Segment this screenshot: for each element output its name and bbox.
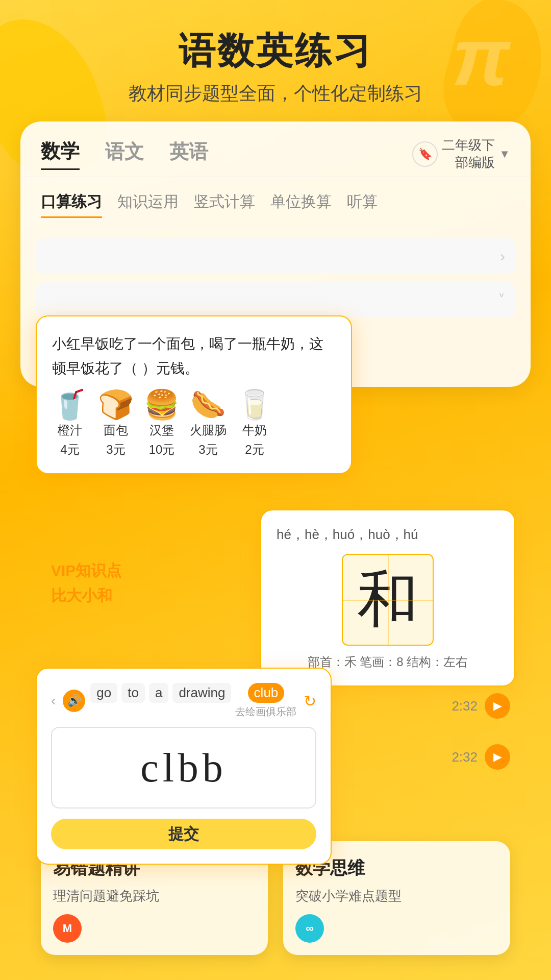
food-emoji-3: 🌭 (190, 390, 226, 419)
food-price-2: 10元 (149, 442, 175, 458)
food-item-2: 🍔 汉堡 10元 (144, 390, 180, 458)
compare-label: 比大小和 (51, 585, 121, 606)
problem-text: 小红早饭吃了一个面包，喝了一瓶牛奶，这顿早饭花了（ ）元钱。 (52, 332, 336, 380)
tab-english[interactable]: 英语 (169, 139, 208, 169)
tabs-bar: 数学 语文 英语 🔖 二年级下 部编版 ▼ (20, 121, 531, 177)
food-item-3: 🌭 火腿肠 3元 (190, 390, 227, 458)
vip-section: VIP知识点 比大小和 (51, 560, 121, 606)
sub-tab-listen[interactable]: 听算 (347, 187, 378, 218)
english-typed-text: clbb (140, 745, 227, 791)
grade-dropdown-arrow[interactable]: ▼ (499, 148, 510, 161)
food-emoji-2: 🍔 (144, 390, 180, 419)
food-price-4: 2元 (245, 442, 264, 458)
food-emoji-4: 🥛 (237, 390, 272, 419)
math-problem-card: 小红早饭吃了一个面包，喝了一瓶牛奶，这顿早饭花了（ ）元钱。 🥤 橙汁 4元 🍞… (36, 315, 352, 474)
answer-dropdown-2: ˅ (498, 291, 505, 308)
food-price-0: 4元 (60, 442, 79, 458)
sub-tabs: 口算练习 知识运用 竖式计算 单位换算 听算 (20, 177, 531, 228)
food-name-0: 橙汁 (58, 422, 82, 438)
submit-button[interactable]: 提交 (51, 819, 316, 849)
chip-club-translation: 去绘画俱乐部 (235, 705, 296, 719)
food-emoji-1: 🍞 (98, 390, 134, 419)
sub-tab-vertical[interactable]: 竖式计算 (194, 187, 255, 218)
chip-to: to (121, 683, 145, 719)
timestamp-column: 2:32 ▶ 2:32 ▶ (452, 693, 510, 770)
grade-selector[interactable]: 🔖 二年级下 部编版 ▼ (412, 137, 510, 172)
tab-math[interactable]: 数学 (41, 138, 80, 170)
answer-option-2[interactable]: ˅ (36, 282, 515, 318)
refresh-button[interactable]: ↻ (304, 692, 316, 710)
chip-to-text: to (121, 683, 145, 703)
collapse-icon[interactable]: ‹ (51, 693, 56, 709)
food-item-0: 🥤 橙汁 4元 (52, 390, 88, 458)
chip-go: go (90, 683, 117, 719)
page-title: 语数英练习 (20, 31, 531, 71)
english-card: ‹ 🔊 go to a drawing (36, 668, 332, 865)
char-box: 和 (342, 554, 434, 646)
play-icon-1: ▶ (493, 750, 502, 764)
grade-text: 二年级下 部编版 (442, 137, 495, 172)
sub-tab-oral[interactable]: 口算练习 (41, 187, 102, 218)
bottom-card-desc-0: 理清问题避免踩坑 (53, 886, 256, 906)
answer-option-1[interactable]: › (36, 238, 515, 274)
food-name-3: 火腿肠 (190, 422, 227, 438)
play-button-1[interactable]: ▶ (485, 744, 510, 770)
chinese-character: 和 (357, 558, 418, 642)
chinese-char-card: hé，hè，huó，huò，hú 和 部首：禾 笔画：8 结构：左右 (260, 509, 515, 687)
bottom-card-desc-1: 突破小学难点题型 (295, 886, 498, 906)
english-card-header: ‹ 🔊 go to a drawing (51, 683, 316, 719)
timestamp-1: 2:32 (452, 749, 478, 765)
food-name-1: 面包 (104, 422, 128, 438)
sub-tab-knowledge[interactable]: 知识运用 (117, 187, 179, 218)
food-items: 🥤 橙汁 4元 🍞 面包 3元 🍔 汉堡 10元 🌭 火腿肠 3 (52, 390, 336, 458)
food-emoji-0: 🥤 (52, 390, 88, 419)
chip-drawing-text: drawing (172, 683, 231, 703)
audio-button[interactable]: 🔊 (63, 690, 85, 712)
food-item-1: 🍞 面包 3元 (98, 390, 134, 458)
food-name-2: 汉堡 (149, 422, 174, 438)
page-subtitle: 教材同步题型全面，个性化定制练习 (20, 81, 531, 106)
food-name-4: 牛奶 (242, 422, 267, 438)
grade-icon: 🔖 (412, 141, 438, 167)
chip-club[interactable]: club 去绘画俱乐部 (235, 683, 296, 719)
word-chips: go to a drawing club 去绘画俱乐部 (90, 683, 296, 719)
food-price-1: 3元 (106, 442, 125, 458)
sub-tab-unit[interactable]: 单位换算 (270, 187, 332, 218)
timestamp-row-0: 2:32 ▶ (452, 693, 510, 719)
timestamp-0: 2:32 (452, 698, 478, 714)
cards-area: 数学 语文 英语 🔖 二年级下 部编版 ▼ 口算练习 知识运用 竖式计算 单位换… (20, 121, 531, 811)
chip-a: a (149, 683, 168, 719)
chip-a-text: a (149, 683, 168, 703)
timestamp-row-1: 2:32 ▶ (452, 744, 510, 770)
chip-drawing: drawing (172, 683, 231, 719)
chip-club-text[interactable]: club (248, 683, 285, 703)
vip-label: VIP知识点 (51, 560, 121, 581)
chip-go-text: go (90, 683, 117, 703)
bottom-card-badge-0: M (53, 914, 82, 943)
food-price-3: 3元 (198, 442, 217, 458)
food-item-4: 🥛 牛奶 2元 (237, 390, 272, 458)
english-input-area[interactable]: clbb (51, 727, 316, 808)
play-button-0[interactable]: ▶ (485, 693, 510, 719)
tab-chinese[interactable]: 语文 (105, 139, 144, 169)
pinyin-row: hé，hè，huó，huò，hú (277, 526, 499, 544)
answer-arrow-1: › (500, 248, 505, 265)
audio-icon: 🔊 (67, 694, 81, 707)
play-icon-0: ▶ (493, 699, 502, 713)
bottom-card-badge-1: ∞ (295, 914, 324, 943)
